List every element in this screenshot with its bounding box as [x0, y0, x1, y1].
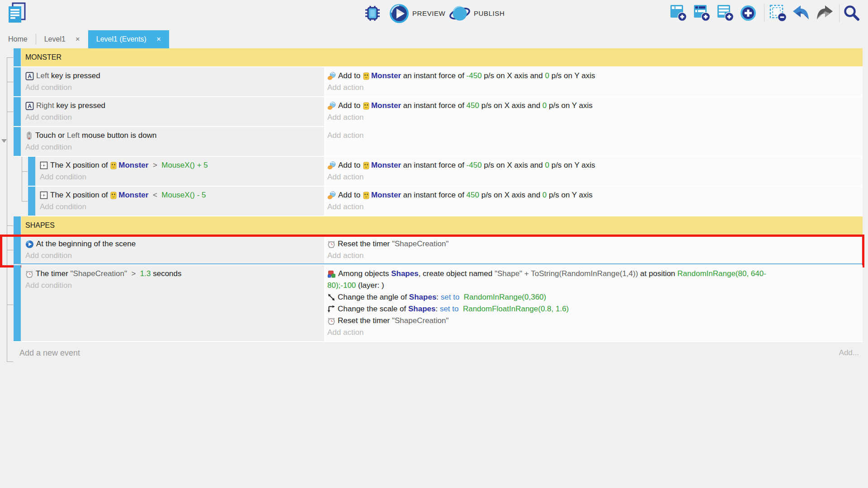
publish-globe-icon [448, 18, 471, 25]
text-segment: an instant force of [401, 101, 467, 110]
conditions-cell[interactable]: ALeft key is pressedAdd condition [21, 67, 324, 96]
text-segment: key is pressed [49, 71, 100, 80]
collapse-triangle-icon[interactable] [1, 139, 7, 143]
add-condition-button[interactable]: Add condition [40, 171, 321, 183]
add-condition-button[interactable]: Add condition [25, 250, 321, 262]
tab-level1[interactable]: Level1× [36, 30, 88, 48]
add-condition-button[interactable]: Add condition [25, 112, 321, 123]
event-row[interactable]: At the beginning of the sceneAdd conditi… [14, 235, 863, 265]
action-line[interactable]: Add to Monster an instant force of 450 p… [327, 189, 859, 201]
add-action-button[interactable]: Add action [327, 250, 859, 262]
add-other-button[interactable] [740, 5, 757, 23]
event-row[interactable]: The timer "ShapeCreation" > 1.3 secondsA… [14, 265, 863, 342]
group-row[interactable]: SHAPES [14, 216, 863, 235]
actions-cell[interactable]: Add action [324, 127, 863, 156]
add-action-button[interactable]: Add action [327, 112, 859, 123]
actions-cell[interactable]: Add to Monster an instant force of 450 p… [324, 187, 863, 216]
delete-selection-button[interactable] [769, 5, 787, 23]
group-row[interactable]: MONSTER [14, 48, 863, 67]
event-row[interactable]: ARight key is pressedAdd conditionAdd to… [14, 97, 863, 127]
event-marker [14, 216, 21, 235]
toolbar-separator [839, 4, 840, 22]
close-icon[interactable]: × [75, 35, 80, 44]
timer-icon [25, 270, 33, 278]
text-segment: 0 [545, 161, 549, 170]
add-more-button[interactable]: Add... [839, 348, 859, 358]
conditions-cell[interactable]: ARight key is pressedAdd condition [21, 97, 324, 126]
tree-stub [7, 225, 13, 226]
text-segment: p/s on X axis and [479, 101, 542, 110]
action-line[interactable]: Change the angle of Shapes: set to Rando… [327, 291, 859, 303]
add-event-button[interactable] [670, 5, 687, 23]
event-row[interactable]: ALeft key is pressedAdd conditionAdd to … [14, 67, 863, 97]
conditions-cell[interactable]: The X position of Monster < MouseX() - 5… [36, 187, 324, 216]
group-bar[interactable]: SHAPES [21, 216, 863, 235]
text-segment: -450 [467, 71, 482, 80]
text-segment: 1.3 [140, 269, 151, 278]
condition-line[interactable]: ALeft key is pressed [25, 70, 321, 82]
condition-line[interactable]: The timer "ShapeCreation" > 1.3 seconds [25, 268, 321, 280]
add-condition-button[interactable]: Add condition [25, 280, 321, 291]
text-segment: Touch or [35, 131, 67, 140]
add-comment-button[interactable] [717, 5, 734, 23]
event-marker [28, 157, 35, 186]
tab-home[interactable]: Home [0, 30, 36, 48]
debugger-button[interactable] [364, 5, 381, 23]
actions-cell[interactable]: Among objects Shapes, create object name… [324, 265, 863, 341]
condition-line[interactable]: The X position of Monster < MouseX() - 5 [40, 189, 321, 201]
project-manager-button[interactable] [7, 2, 26, 25]
conditions-cell[interactable]: The timer "ShapeCreation" > 1.3 secondsA… [21, 265, 324, 341]
action-line[interactable]: Add to Monster an instant force of -450 … [327, 70, 859, 82]
placeholder-label: Add condition [25, 251, 72, 260]
text-segment: Change the scale of [338, 305, 408, 314]
condition-line[interactable]: ARight key is pressed [25, 100, 321, 112]
condition-line[interactable]: Touch or Left mouse button is down [25, 130, 321, 141]
condition-line[interactable]: At the beginning of the scene [25, 238, 321, 250]
action-line[interactable]: 80);-100 (layer: ) [327, 280, 859, 291]
undo-button[interactable] [792, 5, 810, 22]
preview-button[interactable] [389, 3, 410, 25]
conditions-cell[interactable]: The X position of Monster > MouseX() + 5… [36, 157, 324, 186]
close-icon[interactable]: × [156, 35, 161, 44]
action-line[interactable]: Among objects Shapes, create object name… [327, 268, 859, 280]
add-condition-button[interactable]: Add condition [25, 82, 321, 94]
group-bar[interactable]: MONSTER [21, 48, 863, 66]
action-line[interactable]: Reset the timer "ShapeCreation" [327, 315, 859, 327]
action-line[interactable]: Reset the timer "ShapeCreation" [327, 238, 859, 250]
add-subevent-button[interactable] [693, 5, 711, 23]
text-segment: set to [440, 305, 461, 314]
text-segment: key is pressed [54, 101, 105, 110]
begin-icon [25, 240, 34, 249]
add-condition-button[interactable]: Add condition [40, 201, 321, 213]
text-segment: p/s on X axis and [482, 161, 545, 170]
action-line[interactable]: Add to Monster an instant force of -450 … [327, 160, 859, 171]
add-condition-button[interactable]: Add condition [25, 141, 321, 153]
condition-line[interactable]: The X position of Monster > MouseX() + 5 [40, 160, 321, 171]
add-action-button[interactable]: Add action [327, 171, 859, 183]
add-action-button[interactable]: Add action [327, 82, 859, 94]
actions-cell[interactable]: Add to Monster an instant force of 450 p… [324, 97, 863, 126]
monster-object-icon [363, 102, 369, 110]
event-row[interactable]: Touch or Left mouse button is downAdd co… [14, 127, 863, 157]
actions-cell[interactable]: Add to Monster an instant force of -450 … [324, 67, 863, 96]
placeholder-label: Add action [327, 131, 363, 140]
text-segment: Shapes [409, 293, 436, 302]
conditions-cell[interactable]: Touch or Left mouse button is downAdd co… [21, 127, 324, 156]
publish-button[interactable] [448, 4, 471, 25]
action-line[interactable]: Add to Monster an instant force of 450 p… [327, 100, 859, 112]
event-row[interactable]: The X position of Monster < MouseX() - 5… [28, 187, 863, 216]
text-segment: seconds [151, 269, 181, 278]
event-row[interactable]: The X position of Monster > MouseX() + 5… [28, 157, 863, 187]
add-action-button[interactable]: Add action [327, 130, 859, 141]
actions-cell[interactable]: Reset the timer "ShapeCreation"Add actio… [324, 235, 863, 264]
tab-level1-events[interactable]: Level1 (Events)× [88, 30, 169, 48]
conditions-cell[interactable]: At the beginning of the sceneAdd conditi… [21, 235, 324, 264]
add-action-button[interactable]: Add action [327, 201, 859, 213]
add-new-event-button[interactable]: Add a new event [19, 348, 80, 358]
text-segment: Reset the timer [338, 239, 392, 249]
actions-cell[interactable]: Add to Monster an instant force of -450 … [324, 157, 863, 186]
search-events-button[interactable] [843, 5, 860, 23]
redo-button[interactable] [816, 5, 834, 22]
add-action-button[interactable]: Add action [327, 327, 859, 338]
action-line[interactable]: Change the scale of Shapes: set to Rando… [327, 303, 859, 315]
